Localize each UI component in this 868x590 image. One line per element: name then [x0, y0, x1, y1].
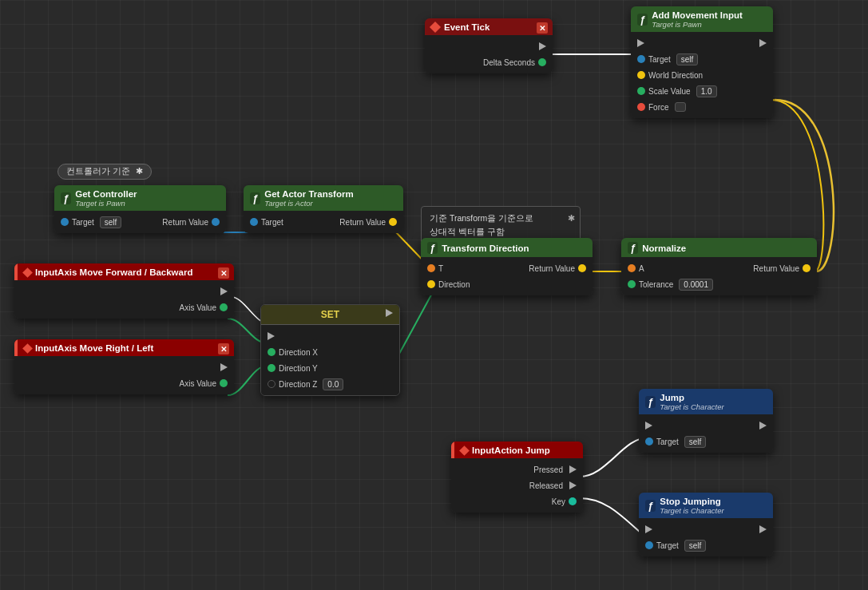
- normalize-node: ƒ Normalize A Return Value Tolerance 0.0…: [621, 238, 817, 295]
- add-movement-f-icon: ƒ: [637, 14, 648, 26]
- gc-target-pin: [61, 218, 69, 226]
- world-dir-label: World Direction: [648, 71, 703, 80]
- gat-subtitle: Target is Actor: [264, 199, 353, 208]
- axis-fwd-close[interactable]: ✕: [218, 267, 229, 279]
- dir-x-pin: [268, 348, 275, 356]
- add-movement-subtitle: Target is Pawn: [652, 20, 743, 29]
- jump-f-icon: ƒ: [645, 396, 656, 408]
- controller-label: 컨트롤러가 기준 ✱: [57, 164, 152, 180]
- target-value: self: [676, 53, 699, 65]
- sj-target-pin: [645, 541, 653, 549]
- transform-direction-node: ƒ Transform Direction T Return Value Dir…: [421, 238, 593, 295]
- dir-y-label: Direction Y: [279, 364, 318, 373]
- pressed-exec-pin: [569, 465, 577, 473]
- event-diamond-icon: [430, 22, 441, 33]
- scale-pin: [637, 87, 645, 95]
- force-value: [675, 102, 686, 112]
- input-axis-right-node: InputAxis Move Right / Left ✕ Axis Value: [14, 339, 234, 394]
- gat-title: Get Actor Transform: [264, 189, 353, 199]
- jump-node: ƒ Jump Target is Character Target self: [639, 389, 773, 453]
- axis-right-axis-label: Axis Value: [179, 379, 216, 388]
- jump-target-pin: [645, 438, 653, 445]
- norm-a-pin: [628, 264, 636, 272]
- dir-z-value: 0.0: [323, 378, 343, 390]
- gat-f-icon: ƒ: [250, 192, 260, 204]
- key-pin: [569, 497, 577, 505]
- event-tick-node: Event Tick ✕ Delta Seconds: [425, 18, 553, 73]
- scale-label: Scale Value: [648, 87, 691, 96]
- add-movement-input-node: ƒ Add Movement Input Target is Pawn Targ…: [631, 6, 773, 118]
- gc-return-label: Return Value: [162, 218, 208, 227]
- delta-seconds-pin: [538, 58, 546, 66]
- axis-fwd-exec-out: [220, 287, 228, 295]
- korean-line1: 기준 Transform을 기준으로: [430, 212, 572, 225]
- norm-title: Normalize: [642, 244, 811, 253]
- get-controller-node: ƒ Get Controller Target is Pawn Target s…: [54, 185, 226, 233]
- sj-target-label: Target: [656, 541, 679, 550]
- set-exec-out: [386, 309, 393, 317]
- axis-fwd-title: InputAxis Move Forward / Backward: [35, 267, 228, 277]
- axis-right-title: InputAxis Move Right / Left: [35, 343, 228, 353]
- jump-target-label: Target: [656, 438, 679, 446]
- gat-return-label: Return Value: [339, 218, 386, 227]
- input-axis-forward-node: InputAxis Move Forward / Backward ✕ Axis…: [14, 263, 234, 319]
- td-return-pin: [578, 264, 586, 272]
- input-action-jump-node: InputAction Jump Pressed Released Key: [451, 442, 583, 513]
- axis-right-close[interactable]: ✕: [218, 343, 229, 354]
- sj-subtitle: Target is Character: [660, 506, 723, 515]
- dir-z-pin: [268, 380, 275, 388]
- gc-title: Get Controller: [75, 189, 137, 199]
- td-f-icon: ƒ: [427, 242, 438, 254]
- exec-out-pin: [539, 42, 546, 50]
- jump-title: Jump: [660, 393, 723, 402]
- delta-seconds-label: Delta Seconds: [483, 58, 535, 67]
- dir-y-pin: [268, 364, 275, 372]
- exec-out: [759, 39, 767, 47]
- norm-tol-value: 0.0001: [679, 279, 713, 291]
- set-exec-in: [268, 332, 275, 340]
- axis-fwd-diamond: [22, 267, 33, 278]
- jump-target-value: self: [684, 436, 707, 448]
- gc-target-label: Target: [72, 218, 94, 227]
- gc-subtitle: Target is Pawn: [75, 199, 137, 208]
- axis-right-exec-out: [220, 363, 228, 371]
- action-jump-title: InputAction Jump: [472, 445, 577, 455]
- norm-tol-pin: [628, 280, 636, 288]
- axis-fwd-axis-pin: [220, 303, 228, 311]
- sj-title: Stop Jumping: [660, 497, 723, 506]
- sj-f-icon: ƒ: [645, 500, 656, 512]
- axis-right-diamond: [22, 343, 33, 354]
- gat-target-label: Target: [261, 218, 283, 227]
- released-exec-pin: [569, 481, 577, 489]
- norm-return-pin: [803, 264, 811, 272]
- set-node: SET Direction X Direction Y Direction Z …: [260, 304, 400, 396]
- gat-target-pin: [250, 218, 258, 226]
- pressed-label: Pressed: [533, 465, 563, 474]
- event-tick-title: Event Tick: [444, 22, 546, 32]
- sj-exec-in: [645, 525, 652, 533]
- target-pin: [637, 55, 645, 63]
- get-actor-transform-node: ƒ Get Actor Transform Target is Actor Ta…: [244, 185, 403, 233]
- dir-x-label: Direction X: [279, 348, 318, 357]
- td-t-label: T: [438, 264, 443, 273]
- jump-exec-out: [759, 422, 767, 430]
- scale-value: 1.0: [696, 85, 717, 97]
- td-dir-label: Direction: [438, 280, 470, 289]
- target-label: Target: [648, 55, 671, 64]
- world-dir-pin: [637, 71, 645, 79]
- jump-exec-in: [645, 422, 652, 430]
- jump-subtitle: Target is Character: [660, 402, 723, 411]
- td-title: Transform Direction: [442, 244, 586, 253]
- norm-f-icon: ƒ: [628, 242, 638, 254]
- add-movement-title: Add Movement Input: [652, 10, 743, 20]
- sj-target-value: self: [684, 540, 707, 552]
- norm-a-label: A: [639, 264, 644, 273]
- gat-return-pin: [389, 218, 397, 226]
- axis-fwd-axis-label: Axis Value: [179, 303, 216, 312]
- key-label: Key: [552, 497, 565, 506]
- dir-z-label: Direction Z: [279, 380, 317, 389]
- gc-target-value: self: [100, 216, 122, 228]
- event-tick-close[interactable]: ✕: [537, 22, 548, 34]
- td-t-pin: [427, 264, 435, 272]
- exec-in: [637, 39, 644, 47]
